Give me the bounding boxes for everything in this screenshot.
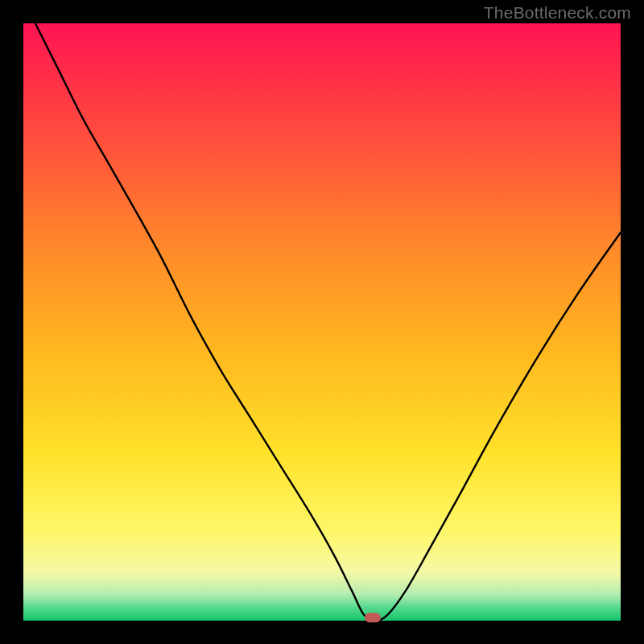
chart-svg [0,0,644,644]
chart-frame: { "watermark": "TheBottleneck.com", "cha… [0,0,644,644]
optimum-marker [365,613,381,622]
watermark-text: TheBottleneck.com [484,3,631,23]
plot-background [23,23,621,621]
